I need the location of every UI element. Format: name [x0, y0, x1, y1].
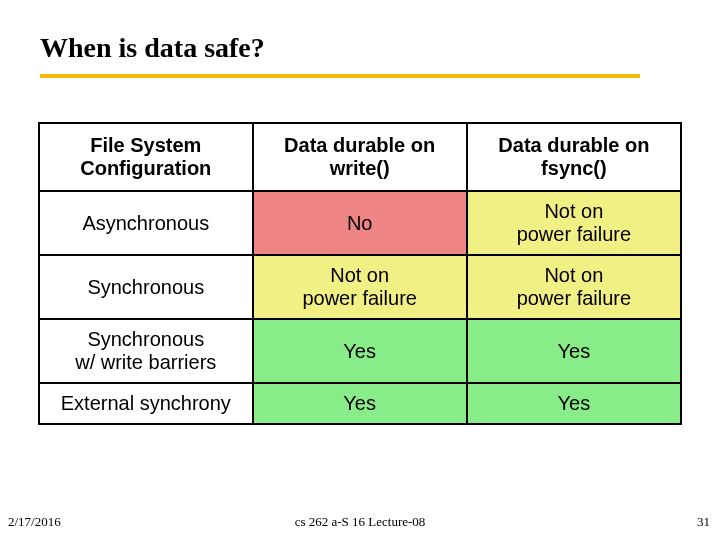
cell-write: Yes	[253, 383, 467, 424]
slide-title: When is data safe?	[40, 32, 265, 64]
cell-fsync: Not onpower failure	[467, 191, 681, 255]
table-row: External synchrony Yes Yes	[39, 383, 681, 424]
title-underline	[40, 74, 640, 78]
cell-write: No	[253, 191, 467, 255]
footer-course: cs 262 a-S 16 Lecture-08	[0, 514, 720, 530]
cell-config: Synchronousw/ write barriers	[39, 319, 253, 383]
table-header-row: File System Configuration Data durable o…	[39, 123, 681, 191]
cell-config: External synchrony	[39, 383, 253, 424]
cell-fsync: Not onpower failure	[467, 255, 681, 319]
slide: When is data safe? File System Configura…	[0, 0, 720, 540]
col-header-fsync: Data durable on fsync()	[467, 123, 681, 191]
cell-write: Yes	[253, 319, 467, 383]
cell-config: Asynchronous	[39, 191, 253, 255]
durability-table: File System Configuration Data durable o…	[38, 122, 682, 425]
cell-config: Synchronous	[39, 255, 253, 319]
cell-write: Not onpower failure	[253, 255, 467, 319]
table-row: Synchronousw/ write barriers Yes Yes	[39, 319, 681, 383]
footer-page-number: 31	[697, 514, 710, 530]
col-header-config: File System Configuration	[39, 123, 253, 191]
col-header-write: Data durable on write()	[253, 123, 467, 191]
cell-fsync: Yes	[467, 319, 681, 383]
cell-fsync: Yes	[467, 383, 681, 424]
table-row: Asynchronous No Not onpower failure	[39, 191, 681, 255]
table-row: Synchronous Not onpower failure Not onpo…	[39, 255, 681, 319]
